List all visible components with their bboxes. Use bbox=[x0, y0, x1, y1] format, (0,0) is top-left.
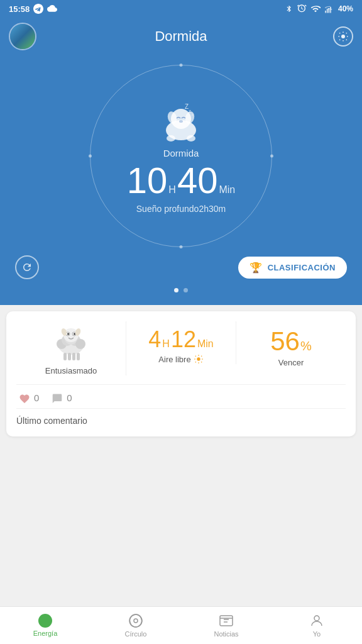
nav-item-noticias[interactable]: Noticias bbox=[181, 607, 272, 644]
mood-column: Entusiasmado bbox=[16, 321, 126, 375]
nav-item-circulo[interactable]: Círculo bbox=[90, 607, 181, 644]
wifi-icon bbox=[310, 4, 321, 14]
status-bar: 15:58 40% bbox=[0, 0, 362, 18]
status-time: 15:58 bbox=[9, 4, 30, 14]
vencer-column: 56 % Vencer bbox=[236, 321, 346, 367]
user-avatar[interactable] bbox=[9, 23, 36, 50]
nav-label-noticias: Noticias bbox=[214, 630, 238, 638]
aire-libre-column: 4 H 12 Min Aire libre bbox=[126, 321, 236, 364]
svg-rect-35 bbox=[220, 616, 233, 626]
status-right: 40% bbox=[285, 4, 353, 14]
last-comment-section: Último comentario bbox=[16, 409, 346, 426]
cloud-icon bbox=[47, 4, 57, 13]
card-top-row: Entusiasmado 4 H 12 Min Aire libre 56 bbox=[16, 321, 346, 385]
svg-point-36 bbox=[314, 616, 319, 621]
comment-icon bbox=[52, 393, 63, 403]
sheep-icon bbox=[49, 321, 93, 362]
nav-label-circulo: Círculo bbox=[125, 630, 147, 638]
aire-libre-label: Aire libre bbox=[158, 354, 203, 364]
bluetooth-icon bbox=[285, 4, 293, 14]
likes-row: 0 0 bbox=[16, 385, 346, 409]
svg-rect-26 bbox=[63, 353, 67, 360]
nav-label-energia: Energía bbox=[33, 630, 58, 637]
vencer-unit: % bbox=[300, 339, 312, 353]
comments-count: 0 bbox=[67, 392, 72, 403]
controls-row: 🏆 CLASIFICACIÓN bbox=[13, 250, 349, 279]
noticias-icon bbox=[219, 613, 234, 628]
alarm-icon bbox=[297, 4, 307, 14]
svg-point-24 bbox=[67, 333, 69, 335]
activity-card: Entusiasmado 4 H 12 Min Aire libre 56 bbox=[6, 311, 356, 436]
svg-rect-27 bbox=[68, 353, 71, 360]
sleep-section: Z z z bbox=[0, 55, 362, 305]
comment-item[interactable]: 0 bbox=[52, 392, 72, 403]
vencer-value: 56 bbox=[270, 326, 300, 357]
svg-point-32 bbox=[197, 357, 200, 360]
svg-rect-3 bbox=[330, 7, 331, 13]
energia-icon bbox=[38, 614, 52, 628]
aire-hours-unit: H bbox=[162, 338, 170, 350]
vencer-percentage: 56 % bbox=[270, 326, 312, 357]
svg-rect-2 bbox=[329, 8, 329, 13]
circle-border bbox=[90, 65, 272, 247]
likes-count: 0 bbox=[34, 392, 39, 403]
page-dot-2[interactable] bbox=[184, 288, 188, 292]
circulo-icon bbox=[128, 613, 143, 628]
svg-point-13 bbox=[167, 135, 175, 142]
page-dot-1[interactable] bbox=[174, 288, 178, 292]
sleep-dog-icon: Z z z bbox=[156, 99, 206, 143]
svg-point-25 bbox=[74, 333, 75, 335]
bottom-navigation: Energía Círculo Noticias Yo bbox=[0, 606, 362, 644]
mood-label: Entusiasmado bbox=[45, 366, 97, 375]
clasificacion-label: CLASIFICACIÓN bbox=[268, 263, 336, 272]
svg-point-34 bbox=[134, 619, 138, 623]
app-header: Dormida bbox=[0, 18, 362, 55]
like-item[interactable]: 0 bbox=[19, 392, 39, 403]
aire-minutes: 12 bbox=[171, 326, 196, 353]
status-left: 15:58 bbox=[9, 4, 57, 14]
refresh-button[interactable] bbox=[15, 255, 39, 279]
telegram-icon bbox=[33, 4, 43, 14]
vencer-label: Vencer bbox=[278, 358, 304, 367]
nav-label-yo: Yo bbox=[313, 630, 321, 638]
svg-rect-29 bbox=[77, 353, 80, 360]
aire-duration: 4 H 12 Min bbox=[148, 326, 213, 353]
svg-point-4 bbox=[341, 35, 345, 38]
svg-point-14 bbox=[187, 135, 195, 142]
last-comment-title: Último comentario bbox=[16, 416, 87, 426]
aire-hours: 4 bbox=[148, 326, 161, 353]
page-title: Dormida bbox=[155, 28, 207, 45]
nav-item-energia[interactable]: Energía bbox=[0, 607, 90, 644]
svg-rect-1 bbox=[327, 9, 327, 13]
svg-rect-28 bbox=[72, 353, 75, 360]
sun-small-icon bbox=[194, 354, 204, 364]
page-indicators bbox=[174, 288, 188, 292]
signal-icon bbox=[324, 4, 334, 14]
clasificacion-button[interactable]: 🏆 CLASIFICACIÓN bbox=[238, 257, 347, 279]
trophy-icon: 🏆 bbox=[250, 262, 263, 274]
aire-minutes-unit: Min bbox=[197, 338, 214, 350]
nav-item-yo[interactable]: Yo bbox=[272, 607, 362, 644]
svg-point-12 bbox=[179, 120, 183, 123]
heart-icon bbox=[19, 393, 30, 403]
brightness-button[interactable] bbox=[333, 26, 353, 47]
battery-indicator: 40% bbox=[338, 4, 353, 13]
sleep-circle: Z z z bbox=[87, 62, 275, 250]
svg-rect-0 bbox=[325, 11, 326, 13]
yo-icon bbox=[309, 613, 324, 628]
